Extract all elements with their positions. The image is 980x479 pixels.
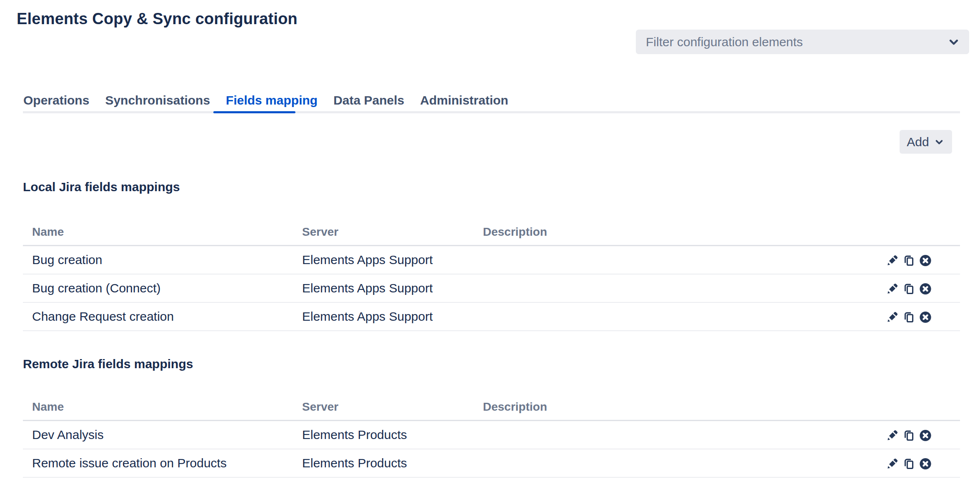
mapping-description (474, 274, 852, 302)
copy-icon[interactable] (902, 282, 915, 295)
copy-icon[interactable] (902, 310, 915, 324)
add-button[interactable]: Add (900, 130, 952, 154)
row-actions (885, 310, 932, 324)
delete-x-circle-icon[interactable] (919, 282, 932, 295)
section-local-jira-fields-mappings: Local Jira fields mappings Name Server D… (23, 179, 960, 331)
delete-x-circle-icon[interactable] (919, 429, 932, 442)
column-header-description: Description (474, 372, 852, 421)
edit-pencil-icon[interactable] (885, 457, 899, 470)
table-row: Remote issue creation on Products Elemen… (23, 449, 960, 477)
column-header-server: Server (293, 195, 474, 246)
mapping-name: Remote issue creation on Products (23, 449, 293, 477)
table-header-row: Name Server Description (23, 195, 960, 246)
delete-x-circle-icon[interactable] (919, 254, 932, 267)
column-header-name: Name (23, 195, 293, 246)
add-button-label: Add (907, 135, 929, 149)
mapping-name: Bug creation (23, 246, 293, 274)
chevron-down-icon (947, 35, 961, 49)
local-mappings-table: Name Server Description Bug creation Ele… (23, 195, 960, 331)
mapping-description (474, 421, 852, 449)
table-row: Change Request creation Elements Apps Su… (23, 302, 960, 331)
column-header-description: Description (474, 195, 852, 246)
chevron-down-icon (933, 136, 945, 148)
page-title: Elements Copy & Sync configuration (17, 9, 298, 28)
active-tab-indicator (213, 111, 295, 113)
mapping-description (474, 449, 852, 477)
mapping-name: Change Request creation (23, 302, 293, 331)
tab-operations[interactable]: Operations (23, 92, 89, 109)
column-header-name: Name (23, 372, 293, 421)
row-actions (885, 282, 932, 295)
tab-fields-mapping[interactable]: Fields mapping (226, 92, 318, 109)
section-heading: Remote Jira fields mappings (23, 356, 960, 372)
tab-underline-track (23, 111, 960, 113)
mapping-name: Bug creation (Connect) (23, 274, 293, 302)
tab-synchronisations[interactable]: Synchronisations (105, 92, 210, 109)
mapping-name: Dev Analysis (23, 421, 293, 449)
remote-mappings-table: Name Server Description Dev Analysis Ele… (23, 372, 960, 478)
edit-pencil-icon[interactable] (885, 282, 899, 295)
filter-configuration-select[interactable]: Filter configuration elements (636, 30, 969, 54)
mapping-server: Elements Apps Support (293, 302, 474, 331)
section-remote-jira-fields-mappings: Remote Jira fields mappings Name Server … (23, 356, 960, 478)
edit-pencil-icon[interactable] (885, 310, 899, 324)
delete-x-circle-icon[interactable] (919, 457, 932, 470)
edit-pencil-icon[interactable] (885, 254, 899, 267)
column-header-actions (852, 195, 960, 246)
mapping-description (474, 246, 852, 274)
copy-icon[interactable] (902, 254, 915, 267)
delete-x-circle-icon[interactable] (919, 310, 932, 324)
table-row: Dev Analysis Elements Products (23, 421, 960, 449)
tab-bar: Operations Synchronisations Fields mappi… (23, 92, 508, 109)
copy-icon[interactable] (902, 457, 915, 470)
row-actions (885, 429, 932, 442)
table-row: Bug creation (Connect) Elements Apps Sup… (23, 274, 960, 302)
column-header-actions (852, 372, 960, 421)
mapping-server: Elements Products (293, 449, 474, 477)
tab-data-panels[interactable]: Data Panels (333, 92, 404, 109)
copy-icon[interactable] (902, 429, 915, 442)
mapping-server: Elements Apps Support (293, 274, 474, 302)
table-row: Bug creation Elements Apps Support (23, 246, 960, 274)
section-heading: Local Jira fields mappings (23, 179, 960, 195)
mapping-server: Elements Apps Support (293, 246, 474, 274)
mapping-description (474, 302, 852, 331)
filter-placeholder: Filter configuration elements (646, 35, 803, 49)
column-header-server: Server (293, 372, 474, 421)
table-header-row: Name Server Description (23, 372, 960, 421)
edit-pencil-icon[interactable] (885, 429, 899, 442)
mapping-server: Elements Products (293, 421, 474, 449)
row-actions (885, 254, 932, 267)
tab-administration[interactable]: Administration (420, 92, 508, 109)
row-actions (885, 457, 932, 470)
